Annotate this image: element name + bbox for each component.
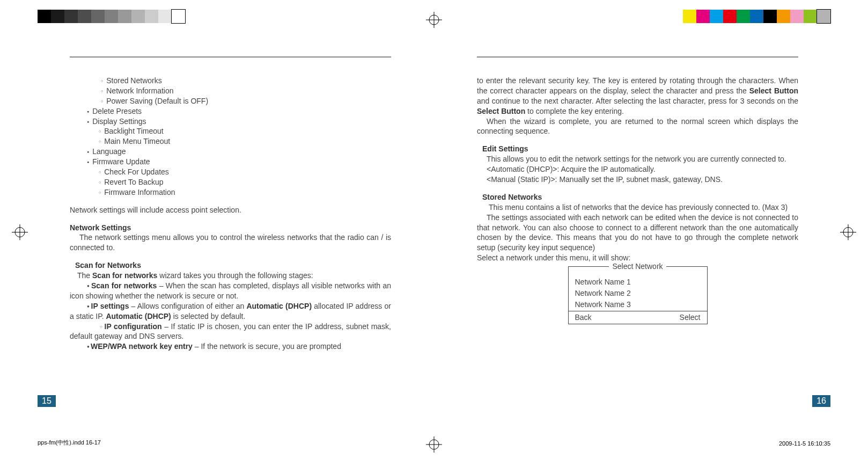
- registration-mark-bottom: [426, 436, 442, 454]
- color-swatch: [763, 10, 777, 23]
- body-text: This menu contains a list of networks th…: [477, 202, 798, 213]
- color-swatch: [131, 10, 145, 23]
- color-swatch: [105, 10, 118, 23]
- box-back-label: Back: [575, 312, 592, 323]
- body-text: This allows you to edit the network sett…: [477, 154, 798, 164]
- body-text: The settings associated with each networ…: [477, 213, 798, 253]
- list-item: Stored Networks: [101, 76, 391, 86]
- bullet-list: Delete PresetsDisplay SettingsBacklight …: [70, 106, 391, 198]
- heading-network-settings: Network Settings: [70, 223, 131, 232]
- color-swatch: [158, 10, 172, 23]
- body-text: to enter the relevant security key. The …: [477, 76, 798, 116]
- color-swatch: [683, 10, 696, 23]
- body-text: The Scan for networks wizard takes you t…: [70, 271, 391, 281]
- page-15: Stored NetworksNetwork InformationPower …: [38, 56, 423, 418]
- network-row: Network Name 3: [569, 300, 707, 311]
- color-swatch: [172, 10, 185, 23]
- header-rule: [477, 56, 798, 57]
- heading-edit-settings: Edit Settings: [482, 144, 528, 153]
- body-text: <Automatic (DHCP)>: Acquire the IP autom…: [477, 164, 798, 174]
- select-network-box: Select Network Network Name 1Network Nam…: [568, 266, 708, 324]
- color-swatches-left: [38, 10, 185, 23]
- list-item: Firmware Information: [99, 187, 391, 198]
- color-swatch: [64, 10, 78, 23]
- color-swatch: [750, 10, 763, 23]
- color-swatch: [737, 10, 750, 23]
- header-rule: [70, 56, 391, 57]
- list-item: Revert To Backup: [99, 177, 391, 187]
- list-item: Main Menu Timeout: [99, 136, 391, 147]
- list-item: Network Information: [101, 86, 391, 96]
- body-text: ● IP settings – Allows configuration of …: [70, 301, 391, 322]
- color-swatch: [118, 10, 131, 23]
- registration-mark-left: [12, 224, 28, 242]
- body-text: ● WEP/WPA network key entry – If the net…: [70, 341, 391, 352]
- footer-filename: pps-fm(中性).indd 16-17: [38, 439, 101, 447]
- page-number: 15: [38, 395, 56, 407]
- list-item: Backlight Timeout: [99, 126, 391, 136]
- color-swatch: [38, 10, 51, 23]
- network-row: Network Name 2: [569, 288, 707, 300]
- color-swatch: [710, 10, 723, 23]
- color-swatch: [790, 10, 804, 23]
- page-number: 16: [812, 395, 830, 407]
- list-item: Display Settings: [87, 116, 391, 127]
- color-swatch: [51, 10, 64, 23]
- body-text: The network settings menu allows you to …: [70, 232, 391, 253]
- body-text: ○ IP configuration – If static IP is cho…: [70, 322, 391, 342]
- body-text: Network settings will include access poi…: [70, 205, 391, 215]
- list-item: Check For Updates: [99, 167, 391, 177]
- list-item: Power Saving (Default is OFF): [101, 96, 391, 106]
- body-text: ● Scan for networks – When the scan has …: [70, 281, 391, 301]
- color-swatch: [696, 10, 710, 23]
- body-text: <Manual (Static IP)>: Manually set the I…: [477, 174, 798, 185]
- page-16: to enter the relevant security key. The …: [445, 56, 830, 418]
- network-row: Network Name 1: [569, 277, 707, 288]
- footer-timestamp: 2009-11-5 16:10:35: [779, 440, 830, 447]
- color-swatch: [91, 10, 105, 23]
- color-swatches-right: [683, 10, 830, 23]
- heading-scan-for-networks: Scan for Networks: [75, 261, 141, 270]
- color-swatch: [804, 10, 817, 23]
- color-swatch: [78, 10, 91, 23]
- body-text: When the wizard is complete, you are ret…: [477, 116, 798, 137]
- list-item: Language: [87, 147, 391, 157]
- color-swatch: [777, 10, 790, 23]
- box-title: Select Network: [609, 262, 666, 271]
- list-item: Delete Presets: [87, 106, 391, 116]
- bullet-list: Stored NetworksNetwork InformationPower …: [70, 76, 391, 106]
- color-swatch: [145, 10, 158, 23]
- registration-mark-right: [840, 224, 856, 242]
- registration-mark-top: [426, 12, 442, 30]
- color-swatch: [723, 10, 737, 23]
- color-swatch: [817, 10, 830, 23]
- list-item: Firmware Update: [87, 157, 391, 167]
- heading-stored-networks: Stored Networks: [482, 193, 542, 201]
- box-select-label: Select: [680, 312, 701, 323]
